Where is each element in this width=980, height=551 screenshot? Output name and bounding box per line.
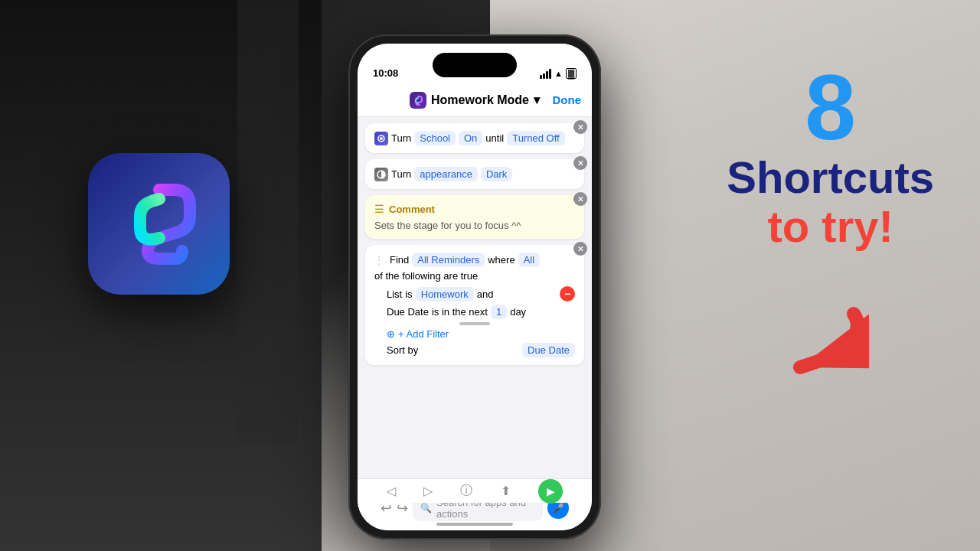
appearance-chip[interactable]: appearance — [414, 167, 478, 181]
home-indicator — [436, 523, 513, 526]
number-display: 8 — [727, 61, 934, 153]
signal-bars — [540, 69, 551, 79]
appearance-card: ✕ Turn appearance Dark — [365, 159, 584, 189]
shortcuts-header-icon — [410, 92, 426, 109]
remove-filter-1-button[interactable]: − — [560, 286, 575, 302]
sort-by-label: Sort by — [387, 344, 418, 356]
turn-label: Turn — [391, 132, 411, 144]
header-title: Homework Mode ▾ — [410, 92, 540, 109]
to-try-label: to try! — [727, 202, 934, 251]
close-school-icon[interactable]: ✕ — [573, 120, 587, 134]
chevron-down-icon: ▾ — [534, 93, 540, 107]
homework-chip[interactable]: Homework — [416, 287, 474, 302]
and-label: and — [477, 289, 494, 300]
content-area: ✕ Turn School On until Turned Off ✕ — [358, 117, 592, 484]
header: Homework Mode ▾ Done — [358, 83, 592, 117]
app-icon — [88, 153, 230, 295]
bar1 — [540, 75, 542, 79]
comment-card: ✕ ☰ Comment Sets the stage for you to fo… — [365, 195, 584, 239]
school-chip[interactable]: School — [414, 131, 456, 145]
header-title-text: Homework Mode — [431, 93, 529, 107]
focus-icon — [374, 132, 388, 145]
add-filter-icon: ⊕ — [387, 328, 395, 340]
following-text: of the following are true — [374, 270, 478, 282]
info-icon[interactable]: ⓘ — [460, 483, 472, 499]
on-chip[interactable]: On — [459, 131, 482, 145]
appearance-icon — [374, 168, 388, 181]
search-icon: 🔍 — [420, 503, 432, 514]
find-label: Find — [390, 254, 409, 266]
close-appearance-icon[interactable]: ✕ — [573, 156, 587, 170]
battery-icon: ▓ — [566, 68, 577, 79]
close-comment-icon[interactable]: ✕ — [573, 192, 587, 206]
phone: 10:08 ▲ ▓ H — [348, 34, 601, 540]
add-filter-label: + Add Filter — [398, 328, 449, 340]
wifi-icon: ▲ — [554, 69, 563, 78]
right-panel: 8 Shortcuts to try! — [727, 61, 934, 251]
is-label: is — [405, 289, 412, 300]
turned-off-chip[interactable]: Turned Off — [507, 131, 564, 145]
sort-row: Sort by Due Date — [374, 343, 575, 357]
all-reminders-chip[interactable]: All Reminders — [412, 253, 485, 267]
comment-title: Comment — [389, 204, 435, 215]
turn-school-card: ✕ Turn School On until Turned Off — [365, 123, 584, 153]
svg-point-1 — [380, 137, 383, 140]
bottom-toolbar: ◁ ▷ ⓘ ⬆ ▶ — [358, 478, 592, 503]
dynamic-island — [433, 53, 517, 77]
play-button[interactable]: ▶ — [538, 479, 563, 504]
bar2 — [543, 73, 545, 79]
dark-chip[interactable]: Dark — [481, 167, 512, 181]
find-reminders-card: ✕ ⋮ Find All Reminders where All of the … — [365, 245, 584, 365]
turn-school-row: Turn School On until Turned Off — [374, 131, 575, 145]
until-label: until — [485, 132, 504, 144]
comment-header: ☰ Comment — [374, 203, 575, 215]
list-label: List — [387, 289, 402, 300]
done-button[interactable]: Done — [553, 93, 582, 106]
appearance-row: Turn appearance Dark — [374, 167, 575, 181]
red-arrow — [731, 291, 869, 383]
find-row: ⋮ Find All Reminders where All of the fo… — [374, 253, 575, 282]
status-icons: ▲ ▓ — [540, 68, 577, 79]
where-label: where — [488, 254, 514, 266]
share-icon[interactable]: ⬆ — [501, 484, 511, 498]
shortcuts-label: Shortcuts — [727, 153, 934, 202]
add-filter-button[interactable]: ⊕ + Add Filter — [374, 328, 575, 340]
vertical-panel — [237, 0, 299, 444]
sort-value-chip[interactable]: Due Date — [522, 343, 575, 357]
is-in-next-label: is in the next — [432, 306, 488, 318]
close-find-icon[interactable]: ✕ — [573, 242, 587, 256]
due-date-label: Due Date — [387, 306, 429, 318]
phone-screen: 10:08 ▲ ▓ H — [358, 44, 592, 530]
bar3 — [546, 71, 548, 79]
toolbar-back-icon[interactable]: ◁ — [387, 484, 396, 498]
bar4 — [549, 69, 551, 79]
filter-row-1: List is Homework and − — [374, 286, 575, 302]
scroll-indicator — [459, 322, 490, 325]
turn-appearance-label: Turn — [391, 168, 411, 180]
day-label: day — [510, 306, 526, 318]
comment-lines-icon: ☰ — [374, 203, 384, 215]
toolbar-forward-icon[interactable]: ▷ — [423, 484, 433, 498]
all-chip[interactable]: All — [518, 253, 540, 267]
filter-row-2: Due Date is in the next 1 day — [374, 305, 575, 319]
drag-handle-icon: ⋮ — [374, 255, 384, 266]
day-count-chip[interactable]: 1 — [491, 305, 507, 319]
comment-text: Sets the stage for you to focus ^^ — [374, 220, 575, 231]
status-time: 10:08 — [373, 67, 398, 79]
